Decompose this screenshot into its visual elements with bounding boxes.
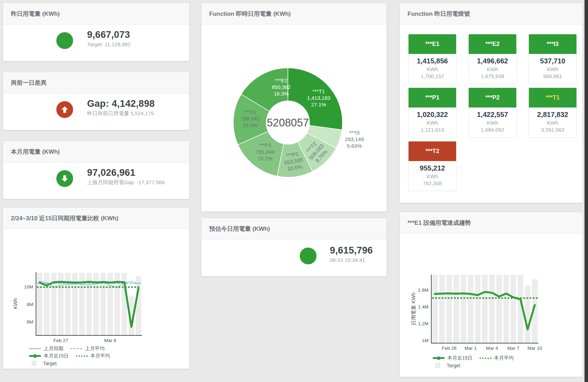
stat-subtitle: 昨日與前日用電量 5,524,175 bbox=[87, 110, 155, 117]
panel-title: 本月用電量 (KWh) bbox=[11, 148, 60, 156]
legend-label: Target bbox=[447, 363, 460, 368]
comparison-chart-legend: 上月同期上月平均本月近15日本月平均Target bbox=[29, 345, 117, 367]
status-tile-T1: ***T12,817,832KWh3,591,562 bbox=[529, 88, 577, 138]
tile-value: 2,817,832 bbox=[529, 111, 576, 119]
legend-item: 本月近15日 bbox=[29, 353, 69, 359]
svg-text:1M: 1M bbox=[422, 338, 428, 343]
status-tile-I3: ***I3537,710KWh584,861 bbox=[529, 34, 577, 84]
tile-unit: KWh bbox=[409, 66, 456, 72]
legend-label: 上月平均 bbox=[85, 346, 105, 352]
panel-body: 97,026,961 上個月同期用電Gap: -17,377,566 bbox=[3, 162, 189, 199]
arrow-up-icon bbox=[56, 101, 73, 118]
svg-text:KWh: KWh bbox=[13, 298, 18, 309]
tile-target: 1,684,092 bbox=[469, 127, 516, 133]
tile-value: 955,212 bbox=[409, 164, 456, 172]
svg-text:10M: 10M bbox=[24, 284, 33, 290]
legend-label: 本月平均 bbox=[91, 353, 110, 359]
status-tile-E2: ***E21,496,662KWh1,675,939 bbox=[468, 34, 517, 84]
svg-text:Mar 7: Mar 7 bbox=[507, 346, 519, 351]
stat-value: 9,667,073 bbox=[87, 29, 130, 40]
legend-label: 本月近15日 bbox=[44, 353, 69, 359]
legend-item: Target bbox=[29, 361, 57, 366]
stat-value: 9,615,796 bbox=[330, 245, 373, 256]
panel-header: 預估今日用電量 (KWh) bbox=[201, 218, 387, 239]
svg-text:***I3293,1495.63%: ***I3293,1495.63% bbox=[345, 130, 364, 149]
tile-value: 1,020,322 bbox=[409, 111, 456, 119]
legend-row: 本月近15日本月平均 bbox=[433, 354, 521, 362]
svg-text:Feb 27: Feb 27 bbox=[54, 338, 68, 343]
status-tile-T2: ***T2955,212KWh762,358 bbox=[408, 141, 456, 191]
legend-line-swatch bbox=[76, 355, 88, 357]
e1-trend-chart[interactable]: 1M1.2M1.4M1.6MFeb 26Mar 1Mar 4Mar 7Mar 1… bbox=[400, 212, 582, 377]
panel-comparison-chart: 2/24~3/10 近15日同期用電量比較 (KWh) 6M8M10MFeb 2… bbox=[3, 207, 190, 369]
legend-label: 本月平均 bbox=[494, 355, 514, 361]
tile-value: 1,496,662 bbox=[469, 57, 516, 65]
legend-line-swatch bbox=[29, 348, 41, 349]
legend-thick-line-swatch bbox=[29, 354, 41, 358]
legend-item: 本月平均 bbox=[76, 353, 110, 359]
panel-header: 昨日用電量 (KWh) bbox=[3, 3, 189, 25]
svg-text:Mar 6: Mar 6 bbox=[104, 338, 116, 343]
svg-text:Feb 26: Feb 26 bbox=[442, 346, 456, 351]
donut-center-total: 5208057 bbox=[267, 117, 309, 129]
tile-target: 1,121,613 bbox=[409, 127, 456, 133]
svg-text:1.4M: 1.4M bbox=[418, 304, 428, 310]
tile-label: ***P1 bbox=[409, 88, 456, 107]
tile-target: 584,861 bbox=[529, 73, 576, 79]
tile-target: 1,700,157 bbox=[409, 73, 456, 79]
svg-text:Mar 4: Mar 4 bbox=[486, 346, 498, 351]
tile-label: ***T2 bbox=[409, 141, 456, 161]
svg-text:8M: 8M bbox=[27, 302, 33, 307]
tile-label: ***I3 bbox=[529, 34, 576, 54]
legend-item: 本月近15日 bbox=[433, 355, 473, 361]
panel-month-usage: 本月用電量 (KWh) 97,026,961 上個月同期用電Gap: -17,3… bbox=[3, 141, 190, 199]
panel-body: Gap: 4,142,898 昨日與前日用電量 5,524,175 bbox=[3, 93, 189, 130]
panel-title: Function 昨日用電燈號 bbox=[408, 10, 470, 18]
panel-body: 9,615,796 06-21 15:34:41 bbox=[201, 239, 387, 276]
trend-chart-legend: 本月近15日本月平均Target bbox=[433, 354, 521, 369]
legend-label: 上月同期 bbox=[44, 346, 63, 352]
svg-text:1.2M: 1.2M bbox=[418, 321, 428, 326]
legend-item: 上月平均 bbox=[70, 346, 105, 352]
stat-subtitle: 上個月同期用電Gap: -17,377,566 bbox=[87, 179, 165, 186]
svg-text:6M: 6M bbox=[27, 319, 33, 325]
energy-dashboard: 昨日用電量 (KWh) 9,667,073 Target: 11,128,992… bbox=[0, 0, 588, 382]
legend-row: 本月近15日本月平均 bbox=[29, 352, 117, 360]
legend-row: Target bbox=[29, 360, 117, 367]
status-tile-E1: ***E11,415,856KWh1,700,157 bbox=[408, 34, 456, 84]
panel-title: 昨日用電量 (KWh) bbox=[11, 10, 60, 18]
tile-label: ***E1 bbox=[409, 34, 456, 54]
legend-item: Target bbox=[433, 363, 460, 368]
tile-unit: KWh bbox=[469, 120, 516, 126]
legend-line-swatch bbox=[480, 357, 491, 359]
panel-day-gap: 與前一日差異 Gap: 4,142,898 昨日與前日用電量 5,524,175 bbox=[3, 72, 190, 130]
legend-item: 本月平均 bbox=[480, 355, 514, 361]
status-circle-icon bbox=[56, 32, 73, 49]
panel-title: 預估今日用電量 (KWh) bbox=[209, 225, 270, 233]
status-circle-icon bbox=[300, 248, 317, 264]
stat-subtitle: Target: 11,128,992 bbox=[87, 41, 130, 47]
legend-target-swatch bbox=[435, 363, 440, 368]
panel-header: Function 昨日用電燈號 bbox=[400, 3, 582, 25]
panel-yesterday-usage: 昨日用電量 (KWh) 9,667,073 Target: 11,128,992 bbox=[3, 3, 190, 61]
legend-row: 上月同期上月平均 bbox=[29, 345, 117, 352]
tile-target: 762,358 bbox=[409, 180, 456, 186]
tile-unit: KWh bbox=[529, 66, 576, 72]
realtime-donut-chart[interactable]: ***T11,413,18327.1%***I3293,1495.63%***T… bbox=[201, 3, 387, 211]
tile-target: 3,591,562 bbox=[529, 127, 576, 133]
legend-thick-line-swatch bbox=[433, 356, 445, 360]
tile-value: 1,415,856 bbox=[409, 57, 456, 65]
tile-target: 1,675,939 bbox=[469, 73, 516, 79]
comparison-chart[interactable]: 6M8M10MFeb 27Mar 6KWh bbox=[3, 208, 189, 369]
status-tile-P2: ***P21,422,557KWh1,684,092 bbox=[468, 88, 517, 138]
panel-status-lights: Function 昨日用電燈號 ***E11,415,856KWh1,700,1… bbox=[399, 3, 583, 203]
tile-unit: KWh bbox=[409, 120, 456, 126]
panel-body: 9,667,073 Target: 11,128,992 bbox=[3, 25, 189, 61]
panel-estimate-today: 預估今日用電量 (KWh) 9,615,796 06-21 15:34:41 bbox=[201, 218, 387, 277]
legend-line-swatch bbox=[70, 348, 82, 349]
legend-label: 本月近15日 bbox=[447, 355, 473, 361]
tile-value: 1,422,557 bbox=[469, 111, 516, 119]
legend-row: Target bbox=[433, 362, 521, 369]
window-edge bbox=[585, 0, 588, 382]
stat-value: 97,026,961 bbox=[87, 167, 165, 178]
